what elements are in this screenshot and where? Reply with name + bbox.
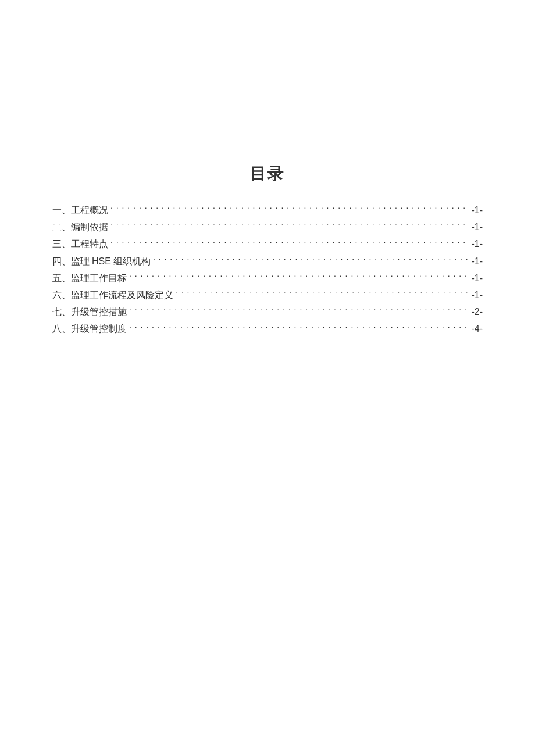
toc-leader-dots (129, 306, 469, 315)
toc-leader-dots (153, 255, 469, 264)
toc-row: 二、编制依据 -1- (52, 219, 483, 235)
toc-entry-label: 六、监理工作流程及风险定义 (52, 287, 173, 303)
toc-entry-page: -4- (471, 321, 483, 336)
toc-entry-label: 八、升级管控制度 (52, 321, 127, 336)
toc-entry-page: -1- (471, 236, 483, 252)
toc-row: 五、监理工作目标 -1- (52, 270, 483, 286)
document-page: 目录 一、工程概况 -1- 二、编制依据 -1- 三、工程特点 -1- 四、监理… (0, 0, 535, 337)
toc-entry-page: -1- (471, 219, 483, 235)
toc-row: 四、监理 HSE 组织机构 -1- (52, 253, 483, 269)
toc-entry-label: 五、监理工作目标 (52, 270, 127, 286)
toc-leader-dots (110, 221, 469, 230)
toc-leader-dots (110, 238, 469, 247)
toc-entry-label: 七、升级管控措施 (52, 304, 127, 320)
toc-entry-page: -1- (471, 253, 483, 269)
toc-entry-label: 一、工程概况 (52, 202, 108, 218)
toc-entry-page: -1- (471, 270, 483, 286)
toc-list: 一、工程概况 -1- 二、编制依据 -1- 三、工程特点 -1- 四、监理 HS… (52, 202, 483, 337)
toc-entry-page: -2- (471, 304, 483, 320)
toc-title: 目录 (52, 163, 483, 185)
toc-row: 三、工程特点 -1- (52, 236, 483, 252)
toc-row: 六、监理工作流程及风险定义 -1- (52, 287, 483, 303)
toc-entry-label: 四、监理 HSE 组织机构 (52, 253, 151, 269)
toc-row: 七、升级管控措施 -2- (52, 304, 483, 320)
toc-row: 八、升级管控制度 -4- (52, 321, 483, 336)
toc-leader-dots (129, 272, 469, 281)
toc-entry-label: 三、工程特点 (52, 236, 108, 252)
toc-entry-page: -1- (471, 287, 483, 303)
toc-leader-dots (110, 204, 469, 213)
toc-entry-text: 监理 HSE 组织机构 (71, 256, 151, 266)
toc-leader-dots (176, 289, 469, 298)
toc-entry-label: 二、编制依据 (52, 219, 108, 235)
toc-row: 一、工程概况 -1- (52, 202, 483, 218)
toc-leader-dots (129, 323, 469, 332)
toc-entry-page: -1- (471, 202, 483, 218)
